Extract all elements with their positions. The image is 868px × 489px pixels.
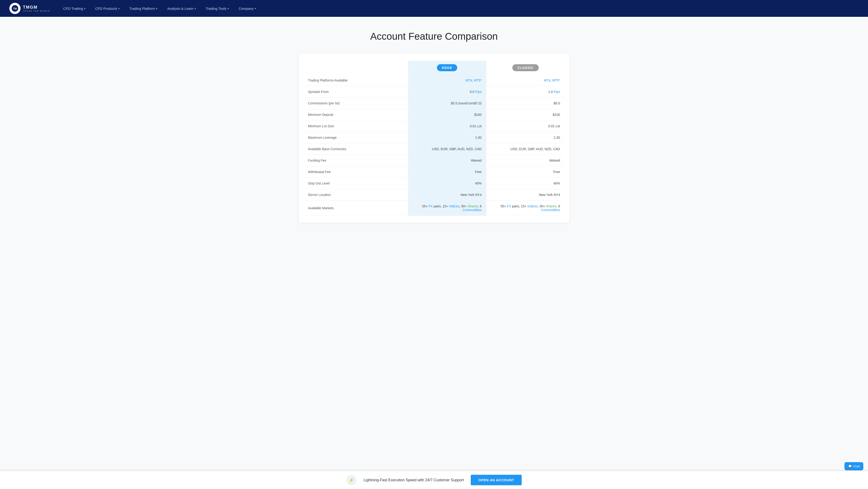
row-edge-value: 0.01 Lot [408, 120, 487, 132]
chevron-down-icon: ▾ [227, 7, 229, 10]
chevron-down-icon: ▾ [156, 7, 157, 10]
col-header-edge: EDGE [408, 61, 487, 75]
row-classic-value: New York NY4 [487, 189, 565, 201]
row-classic-value: Waived [487, 155, 565, 166]
row-label: Withdrawal Fee [303, 166, 408, 178]
row-label: Spreads From [303, 86, 408, 97]
row-edge-value: 55+ FX pairs, 15+ Indices, 50+ Shares, 6… [408, 201, 487, 216]
row-classic-value: 1:30 [487, 132, 565, 143]
table-row: Withdrawal FeeFreeFree [303, 166, 565, 178]
table-row: Maximum Leverage1:301:30 [303, 132, 565, 143]
row-edge-value: MT4, MT5* [408, 75, 487, 86]
row-classic-value: USD, EUR, GBP, AUD, NZD, CAD [487, 143, 565, 155]
row-label: Available Markets [303, 201, 408, 216]
col-header-classic: CLASSIC [487, 61, 565, 75]
row-label: Commissions (per lot) [303, 97, 408, 109]
logo-tagline: TRADE THE WORLD [23, 10, 50, 12]
row-label: Maximum Leverage [303, 132, 408, 143]
row-edge-value: Free [408, 166, 487, 178]
classic-badge: CLASSIC [512, 64, 538, 71]
logo-brand: TMGM [23, 5, 38, 9]
table-row: Server LocationNew York NY4New York NY4 [303, 189, 565, 201]
row-classic-value: $0.0 [487, 97, 565, 109]
table-row: Available Base CurrenciesUSD, EUR, GBP, … [303, 143, 565, 155]
row-label: Stop Out Level [303, 178, 408, 189]
logo-icon: TM [9, 3, 21, 14]
page-content: Account Feature Comparison EDGE CLASSIC … [294, 17, 574, 232]
nav-item-trading-platform[interactable]: Trading Platform ▾ [126, 5, 161, 12]
row-label: Server Location [303, 189, 408, 201]
row-edge-value: Waived [408, 155, 487, 166]
nav-item-cfd-products[interactable]: CFD Products ▾ [92, 5, 123, 12]
row-label: Minimum Lot Size [303, 120, 408, 132]
row-edge-value: 0.0 Pips [408, 86, 487, 97]
comparison-wrapper: EDGE CLASSIC Trading Platforms Available… [299, 54, 569, 223]
edge-badge: EDGE [437, 64, 458, 71]
row-edge-value: New York NY4 [408, 189, 487, 201]
table-row: Trading Platforms AvailableMT4, MT5*MT4,… [303, 75, 565, 86]
chevron-down-icon: ▾ [195, 7, 196, 10]
table-row: Commissions (per lot)$3.5 (round turn$7.… [303, 97, 565, 109]
row-label: Funding Fee [303, 155, 408, 166]
row-edge-value: USD, EUR, GBP, AUD, NZD, CAD [408, 143, 487, 155]
col-header-label [303, 61, 408, 75]
row-classic-value: MT4, MT5* [487, 75, 565, 86]
table-row: Spreads From0.0 Pips1.0 Pips [303, 86, 565, 97]
row-label: Minimum Deposit [303, 109, 408, 120]
nav-item-trading-tools[interactable]: Trading Tools ▾ [202, 5, 232, 12]
chevron-down-icon: ▾ [255, 7, 256, 10]
row-edge-value: 1:30 [408, 132, 487, 143]
row-classic-value: 0.01 Lot [487, 120, 565, 132]
logo[interactable]: TM TMGM TRADE THE WORLD [9, 3, 50, 14]
row-edge-value: $100 [408, 109, 487, 120]
page-title: Account Feature Comparison [299, 31, 569, 42]
chevron-down-icon: ▾ [118, 7, 120, 10]
table-row: Stop Out Level40%40% [303, 178, 565, 189]
navbar: TM TMGM TRADE THE WORLD CFD Trading ▾ CF… [0, 0, 868, 17]
table-row: Funding FeeWaivedWaived [303, 155, 565, 166]
chevron-down-icon: ▾ [84, 7, 86, 10]
row-classic-value: $100 [487, 109, 565, 120]
row-edge-value: $3.5 (round turn$7.0) [408, 97, 487, 109]
row-edge-value: 40% [408, 178, 487, 189]
nav-item-cfd-trading[interactable]: CFD Trading ▾ [60, 5, 89, 12]
row-classic-value: 40% [487, 178, 565, 189]
row-label: Trading Platforms Available [303, 75, 408, 86]
row-classic-value: 1.0 Pips [487, 86, 565, 97]
row-classic-value: 55+ FX pairs, 15+ Indices, 50+ Shares, 6… [487, 201, 565, 216]
table-row: Minimum Lot Size0.01 Lot0.01 Lot [303, 120, 565, 132]
row-classic-value: Free [487, 166, 565, 178]
comparison-table: EDGE CLASSIC Trading Platforms Available… [303, 61, 565, 216]
nav-item-analysis-learn[interactable]: Analysis & Learn ▾ [163, 5, 199, 12]
table-row: Minimum Deposit$100$100 [303, 109, 565, 120]
table-row: Available Markets55+ FX pairs, 15+ Indic… [303, 201, 565, 216]
row-label: Available Base Currencies [303, 143, 408, 155]
nav-item-company[interactable]: Company ▾ [235, 5, 259, 12]
nav-items: CFD Trading ▾ CFD Products ▾ Trading Pla… [60, 5, 859, 12]
svg-text:TM: TM [13, 7, 17, 10]
